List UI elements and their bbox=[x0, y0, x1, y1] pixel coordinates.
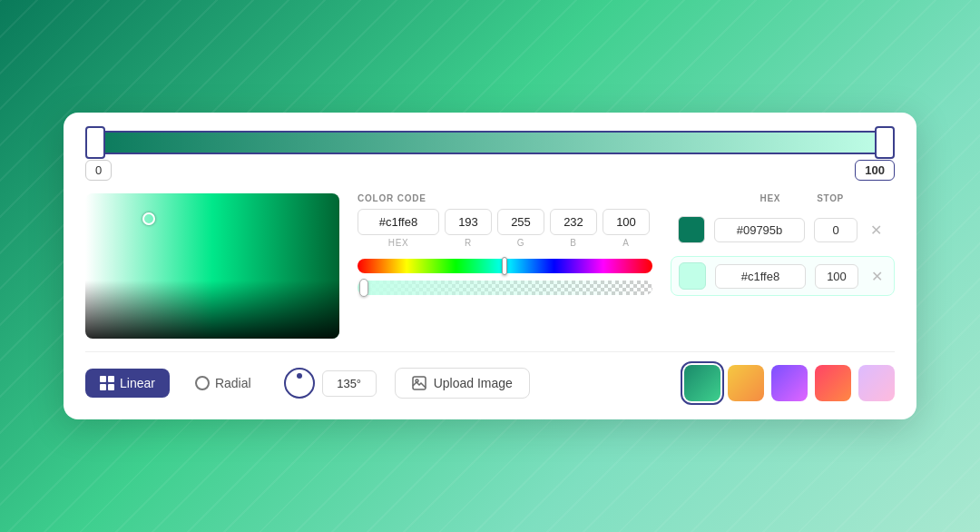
gradient-thumb-left[interactable] bbox=[85, 126, 105, 159]
preset-swatches bbox=[684, 365, 895, 401]
hue-slider[interactable] bbox=[358, 259, 652, 273]
stops-stop-header: STOP bbox=[817, 193, 844, 203]
stop-row-1: ✕ bbox=[671, 211, 895, 249]
a-input[interactable] bbox=[603, 209, 650, 235]
hex-sub-label: HEX bbox=[358, 238, 439, 248]
angle-input[interactable] bbox=[322, 370, 377, 397]
alpha-slider[interactable] bbox=[358, 281, 652, 295]
gradient-editor-panel: 0 100 COLOR CODE HEX R G bbox=[64, 113, 916, 419]
linear-button[interactable]: Linear bbox=[85, 369, 170, 398]
stop-delete-1[interactable]: ✕ bbox=[867, 220, 886, 241]
stop-labels: 0 100 bbox=[85, 160, 895, 181]
preset-swatch-3[interactable] bbox=[771, 365, 808, 401]
alpha-thumb[interactable] bbox=[359, 279, 368, 297]
g-input[interactable] bbox=[497, 209, 544, 235]
upload-label: Upload Image bbox=[434, 376, 513, 390]
b-input[interactable] bbox=[550, 209, 597, 235]
stops-header: HEX STOP bbox=[671, 193, 895, 203]
radial-button[interactable]: Radial bbox=[181, 369, 266, 398]
upload-icon bbox=[412, 376, 426, 390]
radial-icon bbox=[195, 376, 210, 390]
stop-delete-2[interactable]: ✕ bbox=[867, 266, 887, 287]
stop-hex-2[interactable] bbox=[715, 264, 806, 289]
gradient-thumb-right[interactable] bbox=[875, 126, 895, 159]
stop-label-min[interactable]: 0 bbox=[85, 160, 112, 181]
angle-dial[interactable] bbox=[284, 368, 315, 399]
gradient-bar-section: 0 100 bbox=[85, 131, 895, 181]
preset-swatch-2[interactable] bbox=[728, 365, 764, 401]
input-sub-labels: HEX R G B A bbox=[358, 238, 652, 248]
main-content: COLOR CODE HEX R G B A bbox=[85, 193, 895, 339]
angle-group bbox=[284, 368, 377, 399]
radial-label: Radial bbox=[215, 376, 251, 390]
stops-hex-header: HEX bbox=[760, 193, 780, 203]
preset-swatch-4[interactable] bbox=[815, 365, 851, 401]
r-sub-label: R bbox=[445, 238, 492, 248]
stop-swatch-2[interactable] bbox=[679, 262, 706, 290]
stop-value-1[interactable] bbox=[814, 218, 858, 242]
angle-dial-dot bbox=[297, 373, 302, 379]
preset-swatch-1[interactable] bbox=[684, 365, 720, 401]
b-sub-label: B bbox=[550, 238, 597, 248]
hex-input[interactable] bbox=[358, 209, 439, 235]
r-input[interactable] bbox=[445, 209, 492, 235]
stop-label-max[interactable]: 100 bbox=[855, 160, 895, 181]
stop-swatch-1[interactable] bbox=[678, 216, 705, 243]
color-code-label: COLOR CODE bbox=[358, 193, 652, 203]
canvas-thumb[interactable] bbox=[142, 212, 155, 225]
hue-thumb[interactable] bbox=[502, 257, 507, 275]
color-canvas[interactable] bbox=[85, 193, 339, 339]
color-inputs-row bbox=[358, 209, 652, 235]
divider bbox=[85, 351, 895, 352]
g-sub-label: G bbox=[497, 238, 544, 248]
gradient-track[interactable] bbox=[85, 131, 895, 154]
preset-swatch-5[interactable] bbox=[858, 365, 895, 401]
stop-hex-1[interactable] bbox=[714, 218, 805, 242]
a-sub-label: A bbox=[603, 238, 650, 248]
upload-button[interactable]: Upload Image bbox=[395, 368, 530, 399]
linear-label: Linear bbox=[120, 376, 155, 390]
stop-value-2[interactable] bbox=[815, 264, 858, 289]
linear-icon bbox=[100, 376, 114, 390]
color-canvas-bg bbox=[85, 193, 339, 339]
stops-section: HEX STOP ✕ ✕ bbox=[671, 193, 895, 303]
stop-row-2: ✕ bbox=[671, 256, 895, 296]
color-code-section: COLOR CODE HEX R G B A bbox=[358, 193, 652, 295]
bottom-toolbar: Linear Radial Upload Image bbox=[85, 365, 895, 401]
